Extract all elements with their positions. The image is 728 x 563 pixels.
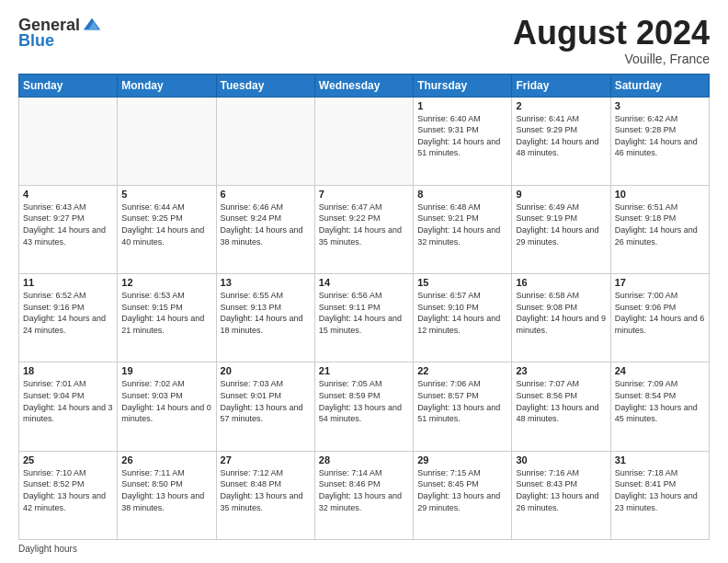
day-header-friday: Friday [512,74,610,97]
day-header-wednesday: Wednesday [314,74,413,97]
calendar-cell-2-6: 9Sunrise: 6:49 AM Sunset: 9:19 PM Daylig… [512,185,610,273]
day-number: 24 [615,365,705,376]
day-header-tuesday: Tuesday [216,74,314,97]
calendar-week-5: 25Sunrise: 7:10 AM Sunset: 8:52 PM Dayli… [19,451,710,539]
day-info: Sunrise: 7:05 AM Sunset: 8:59 PM Dayligh… [319,378,409,424]
footer: Daylight hours [18,544,710,554]
day-number: 21 [319,365,409,376]
calendar-cell-4-6: 23Sunrise: 7:07 AM Sunset: 8:56 PM Dayli… [512,362,610,451]
day-number: 25 [23,454,113,465]
calendar-cell-4-4: 21Sunrise: 7:05 AM Sunset: 8:59 PM Dayli… [314,362,413,451]
day-number: 31 [615,454,705,465]
calendar-cell-1-5: 1Sunrise: 6:40 AM Sunset: 9:31 PM Daylig… [414,97,512,185]
header: General Blue August 2024 Vouille, France [18,15,710,66]
day-info: Sunrise: 7:01 AM Sunset: 9:04 PM Dayligh… [23,378,113,424]
calendar-cell-4-7: 24Sunrise: 7:09 AM Sunset: 8:54 PM Dayli… [610,362,709,451]
day-number: 27 [221,454,311,465]
calendar-week-2: 4Sunrise: 6:43 AM Sunset: 9:27 PM Daylig… [19,185,710,273]
calendar-cell-5-3: 27Sunrise: 7:12 AM Sunset: 8:48 PM Dayli… [216,451,314,539]
calendar-cell-2-2: 5Sunrise: 6:44 AM Sunset: 9:25 PM Daylig… [118,185,216,273]
day-info: Sunrise: 6:52 AM Sunset: 9:16 PM Dayligh… [23,290,113,336]
calendar-cell-4-3: 20Sunrise: 7:03 AM Sunset: 9:01 PM Dayli… [216,362,314,451]
day-info: Sunrise: 6:51 AM Sunset: 9:18 PM Dayligh… [615,201,705,247]
calendar-cell-3-2: 12Sunrise: 6:53 AM Sunset: 9:15 PM Dayli… [118,274,216,362]
day-info: Sunrise: 6:49 AM Sunset: 9:19 PM Dayligh… [516,201,606,247]
day-header-thursday: Thursday [414,74,512,97]
day-info: Sunrise: 6:41 AM Sunset: 9:29 PM Dayligh… [516,113,606,159]
day-number: 19 [121,365,211,376]
calendar-cell-5-6: 30Sunrise: 7:16 AM Sunset: 8:43 PM Dayli… [512,451,610,539]
calendar-cell-5-5: 29Sunrise: 7:15 AM Sunset: 8:45 PM Dayli… [414,451,512,539]
calendar-header-row: SundayMondayTuesdayWednesdayThursdayFrid… [19,74,710,97]
day-info: Sunrise: 7:02 AM Sunset: 9:03 PM Dayligh… [121,378,211,424]
day-info: Sunrise: 7:11 AM Sunset: 8:50 PM Dayligh… [121,467,211,513]
day-number: 20 [221,365,311,376]
calendar-cell-5-7: 31Sunrise: 7:18 AM Sunset: 8:41 PM Dayli… [610,451,709,539]
day-info: Sunrise: 6:47 AM Sunset: 9:22 PM Dayligh… [319,201,409,247]
calendar-cell-1-6: 2Sunrise: 6:41 AM Sunset: 9:29 PM Daylig… [512,97,610,185]
day-info: Sunrise: 7:06 AM Sunset: 8:57 PM Dayligh… [417,378,507,424]
day-number: 22 [417,365,507,376]
day-info: Sunrise: 6:46 AM Sunset: 9:24 PM Dayligh… [221,201,311,247]
title-section: August 2024 Vouille, France [513,15,710,66]
day-number: 15 [417,277,507,288]
day-number: 8 [417,189,507,200]
day-info: Sunrise: 6:42 AM Sunset: 9:28 PM Dayligh… [615,113,705,159]
day-info: Sunrise: 6:57 AM Sunset: 9:10 PM Dayligh… [417,290,507,336]
day-info: Sunrise: 7:15 AM Sunset: 8:45 PM Dayligh… [417,467,507,513]
month-title: August 2024 [513,15,710,52]
day-info: Sunrise: 6:40 AM Sunset: 9:31 PM Dayligh… [417,113,507,159]
logo-blue-text: Blue [18,31,54,51]
day-number: 26 [121,454,211,465]
day-info: Sunrise: 7:00 AM Sunset: 9:06 PM Dayligh… [615,290,705,336]
calendar-cell-2-5: 8Sunrise: 6:48 AM Sunset: 9:21 PM Daylig… [414,185,512,273]
calendar-cell-3-3: 13Sunrise: 6:55 AM Sunset: 9:13 PM Dayli… [216,274,314,362]
day-number: 18 [23,365,113,376]
calendar-cell-4-2: 19Sunrise: 7:02 AM Sunset: 9:03 PM Dayli… [118,362,216,451]
calendar-week-3: 11Sunrise: 6:52 AM Sunset: 9:16 PM Dayli… [19,274,710,362]
day-info: Sunrise: 6:55 AM Sunset: 9:13 PM Dayligh… [221,290,311,336]
day-info: Sunrise: 7:12 AM Sunset: 8:48 PM Dayligh… [221,467,311,513]
calendar-cell-2-7: 10Sunrise: 6:51 AM Sunset: 9:18 PM Dayli… [610,185,709,273]
calendar-cell-3-7: 17Sunrise: 7:00 AM Sunset: 9:06 PM Dayli… [610,274,709,362]
day-info: Sunrise: 7:03 AM Sunset: 9:01 PM Dayligh… [221,378,311,424]
day-info: Sunrise: 7:07 AM Sunset: 8:56 PM Dayligh… [516,378,606,424]
calendar-cell-5-1: 25Sunrise: 7:10 AM Sunset: 8:52 PM Dayli… [19,451,118,539]
day-number: 12 [121,277,211,288]
calendar-week-4: 18Sunrise: 7:01 AM Sunset: 9:04 PM Dayli… [19,362,710,451]
calendar-cell-3-5: 15Sunrise: 6:57 AM Sunset: 9:10 PM Dayli… [414,274,512,362]
day-info: Sunrise: 7:10 AM Sunset: 8:52 PM Dayligh… [23,467,113,513]
calendar-cell-1-3 [216,97,314,185]
logo-icon [82,15,102,35]
day-number: 13 [221,277,311,288]
day-number: 7 [319,189,409,200]
location-subtitle: Vouille, France [513,52,710,66]
calendar-week-1: 1Sunrise: 6:40 AM Sunset: 9:31 PM Daylig… [19,97,710,185]
day-info: Sunrise: 6:43 AM Sunset: 9:27 PM Dayligh… [23,201,113,247]
day-number: 23 [516,365,606,376]
day-number: 10 [615,189,705,200]
day-number: 1 [417,100,507,111]
day-info: Sunrise: 7:09 AM Sunset: 8:54 PM Dayligh… [615,378,705,424]
calendar-cell-4-1: 18Sunrise: 7:01 AM Sunset: 9:04 PM Dayli… [19,362,118,451]
calendar-cell-1-7: 3Sunrise: 6:42 AM Sunset: 9:28 PM Daylig… [610,97,709,185]
day-number: 3 [615,100,705,111]
day-info: Sunrise: 6:48 AM Sunset: 9:21 PM Dayligh… [417,201,507,247]
day-number: 11 [23,277,113,288]
day-number: 16 [516,277,606,288]
day-number: 30 [516,454,606,465]
day-header-sunday: Sunday [19,74,118,97]
day-number: 4 [23,189,113,200]
calendar-cell-2-4: 7Sunrise: 6:47 AM Sunset: 9:22 PM Daylig… [314,185,413,273]
day-number: 17 [615,277,705,288]
calendar-cell-1-2 [118,97,216,185]
calendar-cell-5-2: 26Sunrise: 7:11 AM Sunset: 8:50 PM Dayli… [118,451,216,539]
calendar-table: SundayMondayTuesdayWednesdayThursdayFrid… [18,74,710,540]
day-number: 9 [516,189,606,200]
calendar-cell-3-6: 16Sunrise: 6:58 AM Sunset: 9:08 PM Dayli… [512,274,610,362]
day-number: 5 [121,189,211,200]
day-info: Sunrise: 7:14 AM Sunset: 8:46 PM Dayligh… [319,467,409,513]
calendar-cell-3-4: 14Sunrise: 6:56 AM Sunset: 9:11 PM Dayli… [314,274,413,362]
page: General Blue August 2024 Vouille, France… [0,0,728,563]
calendar-cell-4-5: 22Sunrise: 7:06 AM Sunset: 8:57 PM Dayli… [414,362,512,451]
